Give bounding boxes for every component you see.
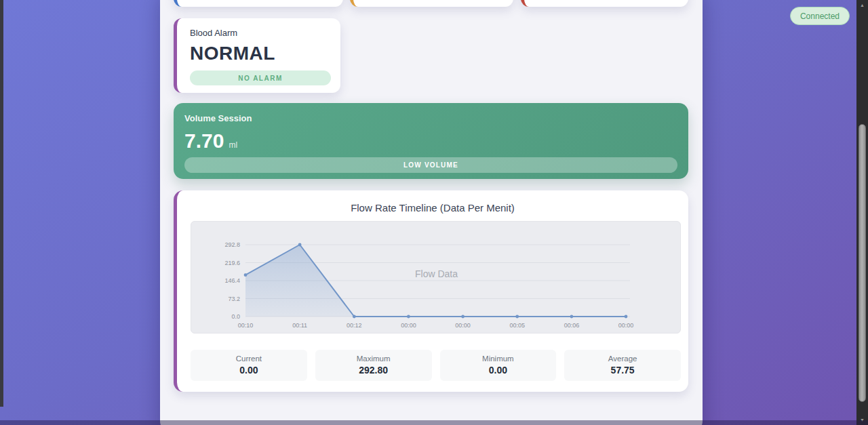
- flow-rate-chart-card: Flow Rate Timeline (Data Per Menit) 0.07…: [174, 190, 688, 392]
- top-card-cutoff-blue: [174, 0, 343, 7]
- dashboard-page: { "status_badge": { "label": "Connected"…: [0, 0, 868, 425]
- chart-title: Flow Rate Timeline (Data Per Menit): [177, 190, 688, 214]
- stat-current-label: Current: [191, 355, 307, 363]
- stat-maximum-label: Maximum: [315, 355, 432, 363]
- svg-text:00:00: 00:00: [455, 322, 471, 329]
- flow-rate-chart: 0.073.2146.4219.6292.800:1000:1100:1200:…: [191, 222, 682, 334]
- stat-average-value: 57.75: [564, 365, 681, 376]
- low-volume-badge: LOW VOLUME: [184, 157, 677, 173]
- svg-text:0.0: 0.0: [231, 313, 240, 320]
- volume-session-card: Volume Session 7.70 ml LOW VOLUME: [174, 103, 688, 179]
- stat-current: Current 0.00: [191, 350, 307, 381]
- blood-alarm-value: NORMAL: [190, 43, 328, 64]
- chart-stats-row: Current 0.00 Maximum 292.80 Minimum 0.00…: [191, 350, 681, 381]
- scrollbar-up-arrow-icon[interactable]: ▲: [856, 0, 868, 10]
- svg-text:00:06: 00:06: [564, 322, 580, 329]
- top-card-cutoff-orange: [350, 0, 513, 7]
- svg-text:219.6: 219.6: [224, 260, 240, 266]
- stat-average: Average 57.75: [564, 350, 681, 381]
- stat-current-value: 0.00: [191, 365, 307, 376]
- svg-text:292.8: 292.8: [224, 241, 240, 248]
- stat-maximum-value: 292.80: [315, 365, 432, 376]
- stat-maximum: Maximum 292.80: [315, 350, 432, 381]
- svg-text:73.2: 73.2: [228, 296, 240, 302]
- chart-series-label: Flow Data: [415, 268, 458, 279]
- volume-session-value: 7.70: [184, 129, 224, 153]
- stat-minimum: Minimum 0.00: [440, 350, 557, 381]
- blood-alarm-status-badge: NO ALARM: [190, 70, 331, 85]
- flow-rate-plot-area: 0.073.2146.4219.6292.800:1000:1100:1200:…: [191, 221, 681, 333]
- svg-text:00:00: 00:00: [618, 322, 634, 329]
- svg-text:00:12: 00:12: [347, 322, 362, 329]
- top-card-cutoff-red: [521, 0, 688, 7]
- svg-text:00:10: 00:10: [238, 322, 254, 329]
- stat-minimum-label: Minimum: [440, 355, 557, 363]
- svg-text:00:00: 00:00: [401, 322, 416, 329]
- vertical-scrollbar[interactable]: ▲ ▼: [856, 0, 868, 425]
- volume-session-unit: ml: [229, 140, 237, 150]
- blood-alarm-title: Blood Alarm: [190, 28, 328, 38]
- connection-status-badge: Connected: [790, 7, 850, 25]
- bottom-edge-shade: [0, 420, 868, 425]
- stat-minimum-value: 0.00: [440, 365, 557, 376]
- volume-session-title: Volume Session: [184, 113, 677, 123]
- svg-text:00:05: 00:05: [509, 322, 525, 329]
- stat-average-label: Average: [564, 355, 681, 363]
- main-content-panel: Blood Alarm NORMAL NO ALARM Volume Sessi…: [160, 0, 703, 425]
- blood-alarm-card: Blood Alarm NORMAL NO ALARM: [174, 18, 340, 93]
- svg-text:146.4: 146.4: [224, 277, 240, 284]
- scrollbar-thumb[interactable]: [859, 124, 866, 402]
- volume-session-value-row: 7.70 ml: [184, 129, 677, 153]
- svg-text:00:11: 00:11: [292, 322, 307, 329]
- window-left-edge: [0, 0, 3, 407]
